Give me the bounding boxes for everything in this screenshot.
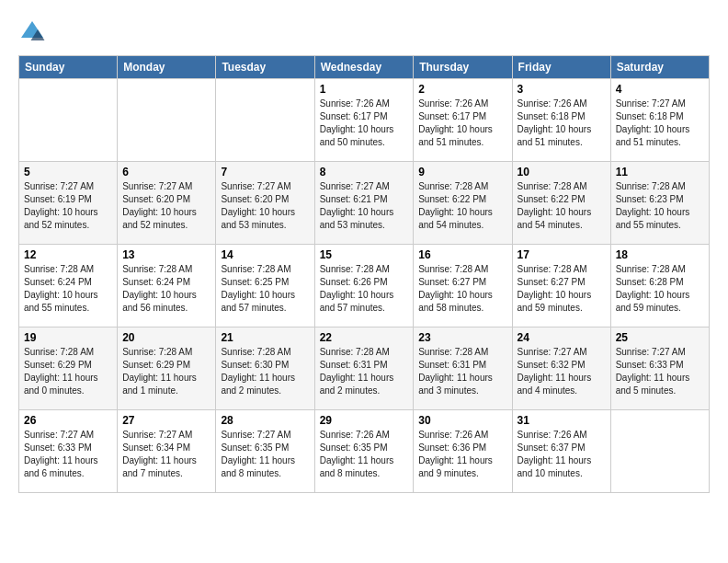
day-info: Sunrise: 7:28 AM Sunset: 6:22 PM Dayligh… — [518, 180, 606, 232]
day-info: Sunrise: 7:28 AM Sunset: 6:27 PM Dayligh… — [418, 263, 506, 315]
day-info: Sunrise: 7:28 AM Sunset: 6:26 PM Dayligh… — [320, 263, 409, 315]
day-number: 1 — [320, 83, 409, 96]
calendar-cell: 13Sunrise: 7:28 AM Sunset: 6:24 PM Dayli… — [118, 245, 216, 327]
calendar-week-4: 19Sunrise: 7:28 AM Sunset: 6:29 PM Dayli… — [19, 327, 710, 410]
day-number: 7 — [221, 166, 309, 178]
day-info: Sunrise: 7:28 AM Sunset: 6:27 PM Dayligh… — [518, 263, 606, 315]
calendar-weekday-sunday: Sunday — [19, 56, 118, 79]
calendar-cell: 9Sunrise: 7:28 AM Sunset: 6:22 PM Daylig… — [414, 162, 512, 245]
logo — [18, 18, 50, 46]
day-number: 29 — [320, 414, 409, 427]
calendar-cell: 29Sunrise: 7:26 AM Sunset: 6:35 PM Dayli… — [314, 410, 414, 493]
day-number: 13 — [122, 248, 210, 261]
day-info: Sunrise: 7:28 AM Sunset: 6:28 PM Dayligh… — [616, 263, 704, 315]
calendar-cell: 16Sunrise: 7:28 AM Sunset: 6:27 PM Dayli… — [414, 245, 512, 327]
day-number: 11 — [616, 166, 704, 178]
day-number: 20 — [122, 331, 210, 344]
calendar-cell: 3Sunrise: 7:26 AM Sunset: 6:18 PM Daylig… — [512, 79, 610, 162]
day-number: 12 — [24, 248, 112, 261]
day-info: Sunrise: 7:27 AM Sunset: 6:33 PM Dayligh… — [616, 346, 704, 397]
calendar-cell: 15Sunrise: 7:28 AM Sunset: 6:26 PM Dayli… — [314, 245, 414, 327]
day-number: 24 — [518, 331, 606, 344]
day-info: Sunrise: 7:27 AM Sunset: 6:32 PM Dayligh… — [518, 346, 606, 397]
calendar-cell: 24Sunrise: 7:27 AM Sunset: 6:32 PM Dayli… — [512, 327, 610, 410]
day-number: 31 — [518, 414, 606, 427]
day-number: 15 — [320, 248, 409, 261]
day-info: Sunrise: 7:28 AM Sunset: 6:24 PM Dayligh… — [24, 263, 112, 315]
calendar-cell — [19, 79, 118, 162]
calendar-week-5: 26Sunrise: 7:27 AM Sunset: 6:33 PM Dayli… — [19, 410, 710, 493]
calendar-cell: 14Sunrise: 7:28 AM Sunset: 6:25 PM Dayli… — [216, 245, 314, 327]
calendar-cell: 26Sunrise: 7:27 AM Sunset: 6:33 PM Dayli… — [19, 410, 118, 493]
day-info: Sunrise: 7:28 AM Sunset: 6:31 PM Dayligh… — [418, 346, 506, 397]
calendar-cell: 6Sunrise: 7:27 AM Sunset: 6:20 PM Daylig… — [118, 162, 216, 245]
day-number: 5 — [24, 166, 112, 178]
calendar-cell: 17Sunrise: 7:28 AM Sunset: 6:27 PM Dayli… — [512, 245, 610, 327]
day-info: Sunrise: 7:28 AM Sunset: 6:30 PM Dayligh… — [221, 346, 309, 397]
calendar-cell — [118, 79, 216, 162]
day-number: 17 — [518, 248, 606, 261]
calendar-cell: 8Sunrise: 7:27 AM Sunset: 6:21 PM Daylig… — [314, 162, 414, 245]
day-info: Sunrise: 7:27 AM Sunset: 6:18 PM Dayligh… — [616, 98, 704, 149]
day-number: 18 — [616, 248, 704, 261]
calendar-week-3: 12Sunrise: 7:28 AM Sunset: 6:24 PM Dayli… — [19, 245, 710, 327]
calendar-cell: 31Sunrise: 7:26 AM Sunset: 6:37 PM Dayli… — [512, 410, 610, 493]
calendar-cell: 18Sunrise: 7:28 AM Sunset: 6:28 PM Dayli… — [610, 245, 709, 327]
day-info: Sunrise: 7:26 AM Sunset: 6:17 PM Dayligh… — [418, 98, 506, 149]
day-number: 22 — [320, 331, 409, 344]
day-info: Sunrise: 7:26 AM Sunset: 6:17 PM Dayligh… — [320, 98, 409, 149]
day-info: Sunrise: 7:28 AM Sunset: 6:29 PM Dayligh… — [122, 346, 210, 397]
calendar-cell: 19Sunrise: 7:28 AM Sunset: 6:29 PM Dayli… — [19, 327, 118, 410]
calendar-cell: 27Sunrise: 7:27 AM Sunset: 6:34 PM Dayli… — [118, 410, 216, 493]
day-info: Sunrise: 7:27 AM Sunset: 6:20 PM Dayligh… — [122, 180, 210, 232]
day-number: 14 — [221, 248, 309, 261]
day-number: 4 — [616, 83, 704, 96]
day-number: 28 — [221, 414, 309, 427]
calendar-week-1: 1Sunrise: 7:26 AM Sunset: 6:17 PM Daylig… — [19, 79, 710, 162]
day-number: 30 — [418, 414, 506, 427]
day-info: Sunrise: 7:27 AM Sunset: 6:21 PM Dayligh… — [320, 180, 409, 232]
calendar-week-2: 5Sunrise: 7:27 AM Sunset: 6:19 PM Daylig… — [19, 162, 710, 245]
day-info: Sunrise: 7:27 AM Sunset: 6:34 PM Dayligh… — [122, 429, 210, 480]
calendar-weekday-saturday: Saturday — [610, 56, 709, 79]
day-number: 25 — [616, 331, 704, 344]
day-info: Sunrise: 7:27 AM Sunset: 6:33 PM Dayligh… — [24, 429, 112, 480]
calendar-cell: 20Sunrise: 7:28 AM Sunset: 6:29 PM Dayli… — [118, 327, 216, 410]
calendar-cell: 21Sunrise: 7:28 AM Sunset: 6:30 PM Dayli… — [216, 327, 314, 410]
day-info: Sunrise: 7:27 AM Sunset: 6:35 PM Dayligh… — [221, 429, 309, 480]
day-info: Sunrise: 7:28 AM Sunset: 6:23 PM Dayligh… — [616, 180, 704, 232]
day-number: 9 — [418, 166, 506, 178]
day-number: 26 — [24, 414, 112, 427]
logo-icon — [18, 18, 46, 46]
day-info: Sunrise: 7:26 AM Sunset: 6:18 PM Dayligh… — [518, 98, 606, 149]
page-header — [18, 18, 710, 46]
day-number: 23 — [418, 331, 506, 344]
day-info: Sunrise: 7:28 AM Sunset: 6:25 PM Dayligh… — [221, 263, 309, 315]
day-info: Sunrise: 7:26 AM Sunset: 6:37 PM Dayligh… — [518, 429, 606, 480]
day-number: 2 — [418, 83, 506, 96]
day-number: 21 — [221, 331, 309, 344]
calendar-cell: 1Sunrise: 7:26 AM Sunset: 6:17 PM Daylig… — [314, 79, 414, 162]
calendar-body: 1Sunrise: 7:26 AM Sunset: 6:17 PM Daylig… — [19, 79, 710, 493]
calendar-weekday-thursday: Thursday — [414, 56, 512, 79]
day-info: Sunrise: 7:26 AM Sunset: 6:36 PM Dayligh… — [418, 429, 506, 480]
day-number: 16 — [418, 248, 506, 261]
day-number: 10 — [518, 166, 606, 178]
calendar-weekday-monday: Monday — [118, 56, 216, 79]
day-info: Sunrise: 7:26 AM Sunset: 6:35 PM Dayligh… — [320, 429, 409, 480]
calendar-cell: 10Sunrise: 7:28 AM Sunset: 6:22 PM Dayli… — [512, 162, 610, 245]
calendar-cell: 12Sunrise: 7:28 AM Sunset: 6:24 PM Dayli… — [19, 245, 118, 327]
calendar-cell: 28Sunrise: 7:27 AM Sunset: 6:35 PM Dayli… — [216, 410, 314, 493]
day-info: Sunrise: 7:28 AM Sunset: 6:24 PM Dayligh… — [122, 263, 210, 315]
calendar-weekday-tuesday: Tuesday — [216, 56, 314, 79]
day-number: 19 — [24, 331, 112, 344]
day-info: Sunrise: 7:27 AM Sunset: 6:20 PM Dayligh… — [221, 180, 309, 232]
day-info: Sunrise: 7:28 AM Sunset: 6:22 PM Dayligh… — [418, 180, 506, 232]
calendar-cell — [216, 79, 314, 162]
day-number: 27 — [122, 414, 210, 427]
calendar-cell: 4Sunrise: 7:27 AM Sunset: 6:18 PM Daylig… — [610, 79, 709, 162]
day-number: 3 — [518, 83, 606, 96]
calendar-weekday-friday: Friday — [512, 56, 610, 79]
day-info: Sunrise: 7:27 AM Sunset: 6:19 PM Dayligh… — [24, 180, 112, 232]
day-number: 6 — [122, 166, 210, 178]
